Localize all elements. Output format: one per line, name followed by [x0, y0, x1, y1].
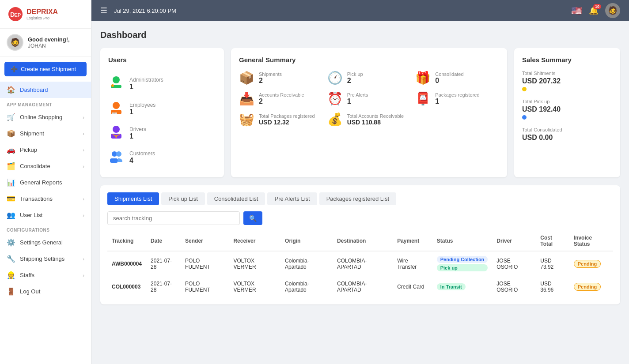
consolidated-summary: 🎁 Consolidated 0 [415, 71, 499, 85]
col-driver: Driver [492, 231, 536, 251]
plus-icon: ➕ [11, 66, 18, 72]
datetime-display: Jul 29, 2021 6:20:00 PM [114, 8, 565, 14]
sidebar-item-user-list[interactable]: 👥 User List › [0, 207, 91, 223]
sidebar-item-pickup[interactable]: 🚗 Pickup › [0, 142, 91, 158]
total-packages-value: USD 12.32 [259, 119, 315, 126]
pre-alerts-value: 1 [347, 98, 368, 105]
total-accounts-label: Total Accounts Receivable [347, 113, 404, 119]
pickup-icon: 🚗 [7, 146, 15, 154]
total-shipments-sales: Total Shitments USD 207.32 [522, 71, 612, 93]
status-badge-pending-collection: Pending Collection [437, 256, 488, 263]
col-date: Date [146, 231, 181, 251]
sidebar-label-consolidate: Consolidate [20, 163, 50, 169]
consolidate-icon: 🗂️ [7, 162, 15, 170]
create-shipment-button[interactable]: ➕ Create new Shipment [4, 62, 87, 76]
driver-label: Drivers [129, 126, 146, 132]
user-list-icon: 👥 [7, 211, 15, 219]
row2-sender: POLO FULMENT [181, 276, 229, 298]
sidebar-item-consolidate[interactable]: 🗂️ Consolidate › [0, 158, 91, 174]
user-avatar-top[interactable]: 🧔 [605, 3, 620, 18]
notifications-button[interactable]: 🔔 10 [589, 6, 599, 15]
row2-cost: USD 36.96 [536, 276, 569, 298]
driver-icon [108, 124, 124, 142]
general-summary-title: General Summary [239, 56, 499, 64]
col-tracking: Tracking [107, 231, 146, 251]
svg-point-6 [113, 102, 120, 109]
transactions-icon: 💳 [7, 195, 15, 203]
sidebar-item-reports[interactable]: 📊 General Reports [0, 174, 91, 191]
notification-badge: 10 [593, 4, 601, 9]
status-badge-pickup: Pick up [437, 264, 488, 271]
tab-pickup-list[interactable]: Pick up List [161, 192, 205, 205]
row1-driver: JOSE OSORIO [492, 251, 536, 276]
pickup-value: 2 [347, 77, 363, 85]
total-packages-label: Total Packages registered [259, 113, 315, 119]
sales-summary-card: Sales Summary Total Shitments USD 207.32… [514, 48, 620, 177]
pre-alerts-icon: ⏰ [327, 91, 343, 106]
logo-text: DEPRIXA [27, 8, 58, 16]
yellow-dot [522, 87, 527, 91]
row2-driver: JOSE OSORIO [492, 276, 536, 298]
pre-alerts-label: Pre Alerts [347, 92, 368, 98]
row1-date: 2021-07-28 [146, 251, 181, 276]
row2-status: In Transit [432, 276, 493, 298]
pickup-summary: 🕐 Pick up 2 [327, 71, 411, 85]
settings-icon: ⚙️ [7, 238, 15, 247]
search-input[interactable] [107, 211, 240, 225]
sidebar-label-settings: Settings General [20, 239, 63, 246]
tab-shipments-list[interactable]: Shipments List [107, 192, 159, 205]
hamburger-menu-button[interactable]: ☰ [100, 6, 107, 15]
col-invoice-status: Invoice Status [569, 231, 613, 251]
total-accounts-receivable-summary: 💰 Total Accounts Receivable USD 110.88 [327, 112, 411, 127]
driver-stat: Drivers 1 [108, 121, 216, 145]
table-card: Shipments List Pick up List Consolidated… [100, 185, 620, 304]
status-badge-in-transit: In Transit [437, 283, 466, 290]
employee-stat: Employees 1 [108, 97, 216, 121]
packages-registered-label: Packages registered [435, 92, 479, 98]
col-destination: Destination [333, 231, 393, 251]
dashboard-icon: 🏠 [7, 86, 15, 94]
sidebar-item-shipment[interactable]: 📦 Shipment › [0, 125, 91, 142]
shipments-icon: 📦 [239, 71, 254, 85]
sidebar-item-staffs[interactable]: 👷 Staffs › [0, 267, 91, 283]
logo: D EP DEPRIXA Logistics Pro [7, 5, 58, 23]
chevron-right-icon: › [83, 256, 84, 262]
greeting-text: Good evening!, [28, 36, 70, 43]
row1-status: Pending Collection Pick up [432, 251, 493, 276]
row2-origin: Colombia-Apartado [280, 276, 333, 298]
sidebar-label-transactions: Transactions [20, 195, 53, 202]
total-pickup-amount: USD 192.40 [522, 105, 612, 113]
user-info: 🧔 Good evening!, JOHAN [0, 29, 91, 56]
customer-value: 4 [129, 157, 155, 165]
col-receiver: Receiver [229, 231, 280, 251]
tab-pre-alerts-list[interactable]: Pre Alerts List [267, 192, 317, 205]
sidebar-item-online-shopping[interactable]: 🛒 Online Shopping › [0, 109, 91, 125]
chevron-right-icon: › [83, 164, 84, 169]
flag-icon[interactable]: 🇺🇸 [571, 5, 582, 16]
sidebar-item-logout[interactable]: 🚪 Log Out [0, 283, 91, 300]
table-row: AWB000004 2021-07-28 POLO FULMENT VOLTOX… [107, 251, 613, 276]
packages-registered-summary: 📮 Packages registered 1 [415, 91, 499, 106]
shipments-table: Tracking Date Sender Receiver Origin Des… [107, 231, 613, 297]
tab-consolidated-list[interactable]: Consolidated List [207, 192, 265, 205]
employee-label: Employees [129, 102, 155, 108]
search-button[interactable]: 🔍 [243, 211, 262, 225]
col-cost: Cost Total [536, 231, 569, 251]
svg-point-13 [115, 136, 117, 138]
sidebar-item-transactions[interactable]: 💳 Transactions › [0, 191, 91, 207]
accounts-receivable-icon: 📥 [239, 91, 254, 106]
total-pickup-label: Total Pick up [522, 99, 612, 104]
row1-destination: COLOMBIA-APARTAD [333, 251, 393, 276]
shipments-value: 2 [259, 77, 282, 85]
sidebar-item-settings-general[interactable]: ⚙️ Settings General [0, 234, 91, 251]
row1-payment: Wire Transfer [393, 251, 432, 276]
svg-point-11 [113, 126, 120, 133]
admin-stat: Administrators 1 [108, 71, 216, 97]
total-packages-summary: 🧺 Total Packages registered USD 12.32 [239, 112, 323, 127]
sidebar-item-dashboard[interactable]: 🏠 Dashboard [0, 82, 91, 98]
users-card-title: Users [108, 56, 216, 64]
shipments-label: Shipments [259, 71, 282, 77]
total-consolidated-label: Total Consolidated [522, 127, 612, 132]
tab-packages-list[interactable]: Packages registered List [319, 192, 396, 205]
sidebar-item-shipping-settings[interactable]: 🔧 Shipping Settings › [0, 251, 91, 267]
